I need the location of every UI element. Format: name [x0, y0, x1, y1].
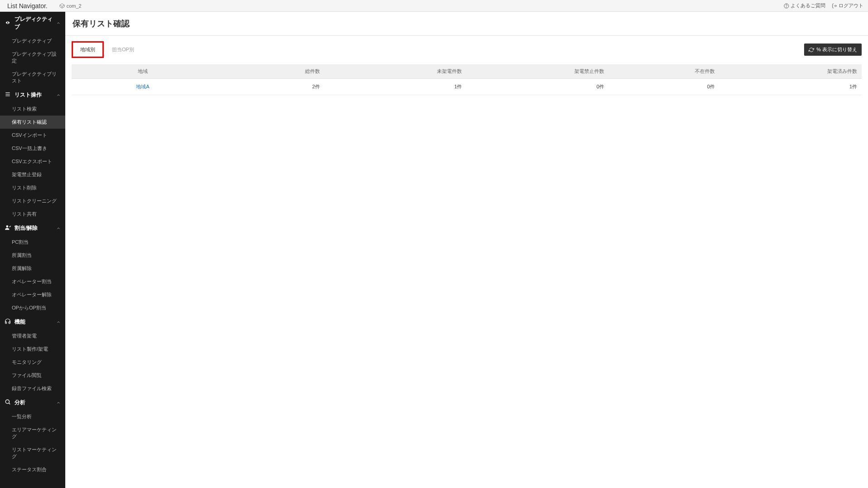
logout-icon: [832, 3, 837, 9]
logout-link[interactable]: ログアウト: [832, 2, 863, 9]
sidebar-item[interactable]: 保有リスト確認: [0, 116, 65, 129]
table-header-cell: 架電禁止件数: [466, 64, 609, 79]
layout: プレディクティブプレディクティブプレディクティブ設定プレディクティブリストリスト…: [0, 12, 868, 488]
switch-button-label: % 表示に切り替え: [816, 46, 857, 53]
logo: List Navigator.: [5, 2, 50, 10]
nav-group-icon: [5, 19, 11, 27]
nav-group-icon: [5, 91, 11, 99]
table-header-cell: 地域: [72, 64, 214, 79]
sidebar: プレディクティブプレディクティブプレディクティブ設定プレディクティブリストリスト…: [0, 12, 65, 488]
logout-label: ログアウト: [839, 2, 863, 9]
tab[interactable]: 担当OP別: [104, 42, 142, 58]
sidebar-item[interactable]: 所属解除: [0, 262, 65, 275]
svg-point-1: [786, 7, 787, 7]
region-link[interactable]: 地域A: [136, 84, 149, 89]
tab[interactable]: 地域別: [72, 41, 104, 58]
table-header-cell: 不在件数: [609, 64, 719, 79]
table-row: 地域A 2件 1件 0件 0件 1件: [72, 79, 862, 95]
chevron-up-icon: [56, 21, 61, 25]
faq-link[interactable]: よくあるご質問: [784, 2, 825, 9]
sidebar-item[interactable]: リスト製作/架電: [0, 343, 65, 356]
topbar-right: よくあるご質問 ログアウト: [784, 2, 863, 9]
nav-group-icon: [5, 224, 11, 232]
sidebar-item[interactable]: リストマーケティング: [0, 443, 65, 463]
company-name: com_2: [67, 3, 82, 9]
content-area: 地域別担当OP別 % 表示に切り替え 地域総件数未架電件数架電禁止件数不在件数架…: [65, 36, 868, 101]
table-header-cell: 未架電件数: [325, 64, 467, 79]
sidebar-item[interactable]: 架電禁止登録: [0, 168, 65, 181]
notcalled-cell: 1件: [325, 79, 467, 95]
svg-point-2: [6, 22, 7, 24]
chevron-up-icon: [56, 93, 61, 97]
question-icon: [784, 3, 789, 9]
nav-group-label: 機能: [15, 318, 25, 326]
sidebar-item[interactable]: ファイル閲覧: [0, 369, 65, 382]
svg-point-3: [8, 22, 10, 24]
svg-point-7: [6, 225, 9, 227]
sidebar-item[interactable]: リスト検索: [0, 102, 65, 116]
sidebar-item[interactable]: リストクリーニング: [0, 194, 65, 208]
sidebar-item[interactable]: オペレーター解除: [0, 288, 65, 301]
nav-group-header[interactable]: プレディクティブ: [0, 12, 65, 34]
sidebar-item[interactable]: 一覧分析: [0, 410, 65, 423]
banned-cell: 0件: [466, 79, 609, 95]
chevron-up-icon: [56, 226, 61, 231]
table-head: 地域総件数未架電件数架電禁止件数不在件数架電済み件数: [72, 64, 862, 79]
sidebar-item[interactable]: ステータス割合: [0, 463, 65, 476]
nav-group-header[interactable]: 分析: [0, 395, 65, 410]
sidebar-item[interactable]: リスト共有: [0, 208, 65, 221]
sidebar-item[interactable]: CSVインポート: [0, 129, 65, 142]
sidebar-item[interactable]: プレディクティブ設定: [0, 48, 65, 68]
chevron-up-icon: [56, 401, 61, 405]
tabs: 地域別担当OP別: [72, 41, 142, 58]
called-cell: 1件: [719, 79, 862, 95]
nav-group-label: 割当/解除: [15, 224, 38, 232]
cube-icon: [59, 3, 65, 9]
svg-point-8: [5, 400, 9, 403]
sidebar-item[interactable]: CSVエクスポート: [0, 155, 65, 168]
nav-group-label: 分析: [15, 399, 25, 406]
svg-line-9: [9, 403, 10, 404]
sidebar-item[interactable]: 管理者架電: [0, 329, 65, 343]
sidebar-item[interactable]: OPからOP割当: [0, 301, 65, 314]
nav-group-header[interactable]: 機能: [0, 314, 65, 329]
faq-label: よくあるご質問: [790, 2, 825, 9]
table-header-cell: 総件数: [214, 64, 325, 79]
sidebar-item[interactable]: 録音ファイル検索: [0, 382, 65, 395]
sidebar-item[interactable]: CSV一括上書き: [0, 142, 65, 155]
page-title: 保有リスト確認: [65, 12, 868, 36]
sidebar-item[interactable]: PC割当: [0, 236, 65, 249]
sidebar-item[interactable]: 所属割当: [0, 249, 65, 262]
nav-group-icon: [5, 318, 11, 326]
chevron-up-icon: [56, 320, 61, 324]
nav-group-icon: [5, 399, 11, 406]
sidebar-item[interactable]: プレディクティブ: [0, 34, 65, 48]
topbar: List Navigator. com_2 よくあるご質問 ログアウト: [0, 0, 868, 12]
nav-group-header[interactable]: 割当/解除: [0, 221, 65, 236]
sidebar-item[interactable]: モニタリング: [0, 356, 65, 369]
refresh-icon: [809, 47, 814, 53]
table-header-cell: 架電済み件数: [719, 64, 862, 79]
table-body: 地域A 2件 1件 0件 0件 1件: [72, 79, 862, 95]
topbar-left: List Navigator. com_2: [5, 2, 82, 10]
tab-row: 地域別担当OP別 % 表示に切り替え: [72, 41, 862, 58]
nav-group-label: リスト操作: [15, 91, 42, 99]
sidebar-item[interactable]: プレディクティブリスト: [0, 68, 65, 87]
absent-cell: 0件: [609, 79, 719, 95]
sidebar-item[interactable]: オペレーター割当: [0, 275, 65, 288]
data-table: 地域総件数未架電件数架電禁止件数不在件数架電済み件数 地域A 2件 1件 0件 …: [72, 64, 862, 95]
main-content: 保有リスト確認 地域別担当OP別 % 表示に切り替え 地域総件数未架電件数架電禁…: [65, 12, 868, 488]
switch-display-button[interactable]: % 表示に切り替え: [804, 43, 862, 56]
region-cell: 地域A: [72, 79, 214, 95]
nav-group-label: プレディクティブ: [15, 15, 56, 31]
sidebar-item[interactable]: リスト削除: [0, 181, 65, 194]
total-cell: 2件: [214, 79, 325, 95]
sidebar-item[interactable]: エリアマーケティング: [0, 423, 65, 443]
nav-group-header[interactable]: リスト操作: [0, 87, 65, 102]
company-indicator[interactable]: com_2: [59, 3, 82, 9]
